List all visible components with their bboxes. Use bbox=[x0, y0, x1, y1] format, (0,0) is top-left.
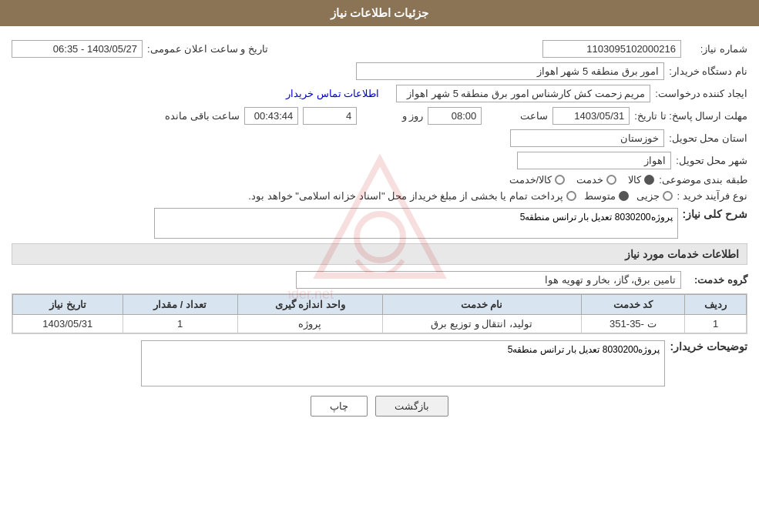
mohlat-date: 1403/05/31 bbox=[552, 107, 630, 125]
tabaqe-kala-label: کالا bbox=[628, 174, 641, 186]
radio-pardakht bbox=[566, 191, 576, 201]
mohlat-saat: 08:00 bbox=[428, 107, 482, 125]
noe-farayand-label: نوع فرآیند خرید : bbox=[677, 190, 747, 202]
tabaqe-option-khedmat[interactable]: خدمت bbox=[576, 174, 616, 186]
radio-kala bbox=[644, 175, 654, 185]
mohlat-label: مهلت ارسال پاسخ: تا تاریخ: bbox=[634, 110, 747, 122]
tarikh-alan-value: 1403/05/27 - 06:35 bbox=[12, 40, 143, 58]
cell-tedad: 1 bbox=[123, 315, 237, 333]
cell-tarikh: 1403/05/31 bbox=[13, 315, 123, 333]
radio-kala-khedmat bbox=[555, 175, 565, 185]
mohlat-mande: 00:43:44 bbox=[244, 107, 298, 125]
col-vahed: واحد اندازه گیری bbox=[237, 295, 382, 315]
services-section-title: اطلاعات خدمات مورد نیاز bbox=[12, 243, 747, 265]
tabaqe-kala-khedmat-label: کالا/خدمت bbox=[509, 174, 552, 186]
farayand-jozii[interactable]: جزیی bbox=[636, 190, 673, 202]
ostan-value: خوزستان bbox=[510, 129, 664, 147]
shomare-niaz-value: 1103095102000216 bbox=[542, 40, 681, 58]
toseef-textarea[interactable] bbox=[141, 340, 665, 386]
tabaqe-option-kala-khedmat[interactable]: کالا/خدمت bbox=[509, 174, 566, 186]
radio-khedmat bbox=[606, 175, 616, 185]
page-header: جزئیات اطلاعات نیاز bbox=[0, 0, 759, 26]
col-radif: ردیف bbox=[685, 295, 747, 315]
services-table-container: ردیف کد خدمت نام خدمت واحد اندازه گیری ت… bbox=[12, 293, 747, 334]
ostan-label: استان محل تحویل: bbox=[669, 132, 747, 144]
shomare-niaz-label: شماره نیاز: bbox=[686, 43, 747, 55]
services-table: ردیف کد خدمت نام خدمت واحد اندازه گیری ت… bbox=[12, 294, 747, 333]
mohlat-saat-label: ساعت bbox=[486, 110, 548, 122]
button-row: بازگشت چاپ bbox=[12, 396, 747, 417]
cell-radif: 1 bbox=[685, 315, 747, 333]
col-tedad: تعداد / مقدار bbox=[123, 295, 237, 315]
tabaqe-label: طبقه بندی موضوعی: bbox=[659, 174, 747, 186]
grohe-khedmat-label: گروه خدمت: bbox=[686, 274, 747, 286]
mohlat-roz: 4 bbox=[303, 107, 357, 125]
table-row: 1 ت -35-351 تولید، انتقال و توزیع برق پر… bbox=[13, 315, 747, 333]
ijad-value: مریم زحمت کش کارشناس امور برق منطقه 5 شه… bbox=[396, 85, 650, 102]
grohe-khedmat-value: تامین برق، گاز، بخار و تهویه هوا bbox=[296, 271, 681, 289]
radio-jozii bbox=[663, 191, 673, 201]
farayand-pardakht[interactable]: پرداخت تمام یا بخشی از مبلغ خریداز محل "… bbox=[248, 190, 576, 202]
shahr-value: اهواز bbox=[517, 152, 671, 169]
shahr-label: شهر محل تحویل: bbox=[676, 155, 747, 166]
noe-farayand-radio-group: جزیی متوسط پرداخت تمام یا بخشی از مبلغ خ… bbox=[248, 190, 672, 202]
nam-dastgah-label: نام دستگاه خریدار: bbox=[669, 65, 747, 77]
sharh-kolli-textarea[interactable] bbox=[154, 208, 678, 239]
back-button[interactable]: بازگشت bbox=[375, 396, 448, 417]
radio-motevaset bbox=[619, 191, 629, 201]
print-button[interactable]: چاپ bbox=[311, 396, 368, 417]
page-title: جزئیات اطلاعات نیاز bbox=[331, 6, 428, 19]
tabaqe-radio-group: کالا خدمت کالا/خدمت bbox=[509, 174, 655, 186]
nam-dastgah-value: امور برق منطقه 5 شهر اهواز bbox=[356, 62, 664, 80]
tabaqe-khedmat-label: خدمت bbox=[576, 174, 603, 186]
cell-nam-khedmat: تولید، انتقال و توزیع برق bbox=[382, 315, 581, 333]
cell-kod-khedmat: ت -35-351 bbox=[581, 315, 685, 333]
tabaqe-option-kala[interactable]: کالا bbox=[628, 174, 654, 186]
etelaat-link[interactable]: اطلاعات تماس خریدار bbox=[286, 88, 379, 99]
cell-vahed: پروژه bbox=[237, 315, 382, 333]
farayand-motevaset-label: متوسط bbox=[584, 190, 616, 202]
tarikh-alan-label: تاریخ و ساعت اعلان عمومی: bbox=[147, 43, 268, 55]
farayand-jozii-label: جزیی bbox=[636, 190, 660, 202]
toseef-label: توضیحات خریدار: bbox=[670, 340, 747, 353]
col-kod-khedmat: کد خدمت bbox=[581, 295, 685, 315]
farayand-motevaset[interactable]: متوسط bbox=[584, 190, 629, 202]
mohlat-roz-label: روز و bbox=[361, 110, 423, 122]
farayand-pardakht-label: پرداخت تمام یا بخشی از مبلغ خریداز محل "… bbox=[248, 190, 563, 202]
ijad-label: ایجاد کننده درخواست: bbox=[655, 88, 747, 99]
col-nam-khedmat: نام خدمت bbox=[382, 295, 581, 315]
sharh-kolli-label: شرح کلی نیاز: bbox=[683, 208, 747, 220]
col-tarikh: تاریخ نیاز bbox=[13, 295, 123, 315]
mohlat-mande-label: ساعت باقی مانده bbox=[165, 110, 240, 122]
